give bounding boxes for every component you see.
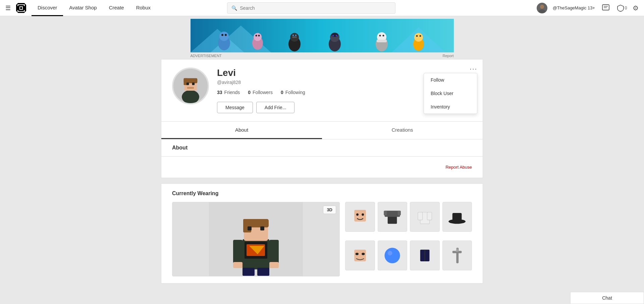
svg-rect-58 xyxy=(233,240,243,263)
svg-rect-72 xyxy=(398,211,401,215)
message-button[interactable]: Message xyxy=(217,102,253,113)
svg-rect-79 xyxy=(452,213,462,222)
svg-rect-57 xyxy=(260,226,264,230)
hamburger-icon[interactable]: ☰ xyxy=(5,4,11,12)
chat-bar[interactable]: Chat xyxy=(570,292,644,304)
item-2-svg xyxy=(381,205,404,228)
svg-point-18 xyxy=(254,33,262,41)
chat-icon-btn[interactable] xyxy=(600,3,611,13)
dropdown-menu: Follow Block User Inventory xyxy=(424,73,477,114)
about-title: About xyxy=(172,145,472,151)
avatar-3d-preview: 3D xyxy=(172,202,340,276)
ad-banner[interactable] xyxy=(191,19,454,52)
item-thumb-6[interactable] xyxy=(378,241,408,270)
avatar-svg xyxy=(537,3,547,13)
svg-point-29 xyxy=(332,35,334,36)
ad-banner-svg xyxy=(191,19,454,52)
svg-rect-71 xyxy=(384,211,387,215)
svg-point-37 xyxy=(414,33,423,42)
friends-stat[interactable]: 33 Friends xyxy=(217,90,240,95)
svg-point-38 xyxy=(416,35,418,37)
username-display[interactable]: @TheSageMagic 13+ xyxy=(553,5,595,10)
nav-link-create[interactable]: Create xyxy=(103,0,130,16)
chat-icon xyxy=(602,4,609,12)
svg-point-39 xyxy=(419,35,421,37)
svg-rect-33 xyxy=(377,40,387,42)
following-count: 0 xyxy=(281,90,283,95)
tab-creations[interactable]: Creations xyxy=(322,122,483,139)
shield-icon-btn[interactable]: 0 xyxy=(616,3,627,13)
svg-point-16 xyxy=(225,34,227,36)
nav-link-robux[interactable]: Robux xyxy=(130,0,157,16)
item-thumb-1[interactable] xyxy=(345,202,375,232)
tabs-bar: About Creations xyxy=(161,122,483,139)
page-body: ADVERTISEMENT Report xyxy=(0,16,644,284)
tab-about[interactable]: About xyxy=(161,122,322,139)
profile-card-wrapper: Levi @aviraj828 33 Friends 0 Followers 0… xyxy=(161,59,483,122)
dropdown-item-follow[interactable]: Follow xyxy=(424,73,477,87)
item-thumb-7[interactable] xyxy=(410,241,440,270)
svg-point-85 xyxy=(385,248,400,263)
item-thumb-4[interactable] xyxy=(442,202,472,232)
svg-point-86 xyxy=(388,251,392,255)
svg-rect-46 xyxy=(192,83,195,85)
item-thumb-2[interactable] xyxy=(378,202,408,232)
three-dots-button[interactable]: ··· xyxy=(470,65,477,73)
svg-point-35 xyxy=(382,35,384,37)
nav-left: ☰ Discover Avatar Shop Create Robux xyxy=(5,0,157,16)
items-grid xyxy=(345,202,472,276)
nav-links: Discover Avatar Shop Create Robux xyxy=(32,0,157,16)
svg-point-15 xyxy=(221,34,223,36)
svg-point-19 xyxy=(255,35,257,37)
gear-icon[interactable]: ⚙ xyxy=(633,4,639,12)
svg-point-82 xyxy=(355,253,358,255)
followers-count: 0 xyxy=(248,90,251,95)
friends-count: 33 xyxy=(217,90,222,95)
roblox-logo[interactable] xyxy=(16,3,26,13)
search-input[interactable] xyxy=(240,5,391,11)
profile-avatar xyxy=(172,68,209,104)
nav-link-discover[interactable]: Discover xyxy=(32,0,63,16)
svg-rect-62 xyxy=(243,268,255,276)
wearing-title: Currently Wearing xyxy=(172,190,472,197)
dropdown-item-inventory[interactable]: Inventory xyxy=(424,100,477,114)
dropdown-item-block-user[interactable]: Block User xyxy=(424,87,477,100)
svg-point-24 xyxy=(292,35,294,36)
svg-point-28 xyxy=(331,33,338,37)
svg-rect-6 xyxy=(602,5,609,10)
svg-rect-47 xyxy=(187,87,194,89)
svg-rect-75 xyxy=(418,212,422,220)
svg-point-30 xyxy=(336,35,337,36)
friends-label: Friends xyxy=(224,90,240,95)
svg-rect-59 xyxy=(269,240,279,263)
add-friend-button[interactable]: Add Frie... xyxy=(256,102,295,113)
followers-stat[interactable]: 0 Followers xyxy=(248,90,273,95)
svg-rect-56 xyxy=(248,226,252,230)
nav-link-avatar-shop[interactable]: Avatar Shop xyxy=(63,0,103,16)
report-abuse-link[interactable]: Report Abuse xyxy=(172,162,472,172)
btn-3d-toggle[interactable]: 3D xyxy=(323,206,336,214)
tabs-section: About Creations About Report Abuse xyxy=(161,122,483,178)
roblox-logo-svg xyxy=(17,4,25,12)
item-thumb-8[interactable] xyxy=(442,241,472,270)
svg-point-34 xyxy=(379,35,381,37)
user-avatar[interactable] xyxy=(537,3,547,13)
following-stat[interactable]: 0 Following xyxy=(281,90,305,95)
svg-point-5 xyxy=(539,9,545,13)
ad-report[interactable]: Report xyxy=(442,54,453,58)
wearing-layout: 3D xyxy=(172,202,472,276)
svg-point-20 xyxy=(258,35,260,37)
svg-rect-23 xyxy=(292,36,297,38)
top-navigation: ☰ Discover Avatar Shop Create Robux 🔍 xyxy=(0,0,644,16)
item-3-svg xyxy=(413,205,436,228)
item-thumb-3[interactable] xyxy=(410,202,440,232)
svg-rect-61 xyxy=(269,262,279,268)
item-thumb-5[interactable] xyxy=(345,241,375,270)
item-7-svg xyxy=(413,244,436,267)
svg-point-83 xyxy=(362,253,365,255)
svg-rect-3 xyxy=(20,7,22,9)
item-4-svg xyxy=(445,205,469,228)
search-icon: 🔍 xyxy=(231,5,237,11)
chat-label: Chat xyxy=(602,295,612,301)
avatar-3d-svg xyxy=(209,202,303,276)
